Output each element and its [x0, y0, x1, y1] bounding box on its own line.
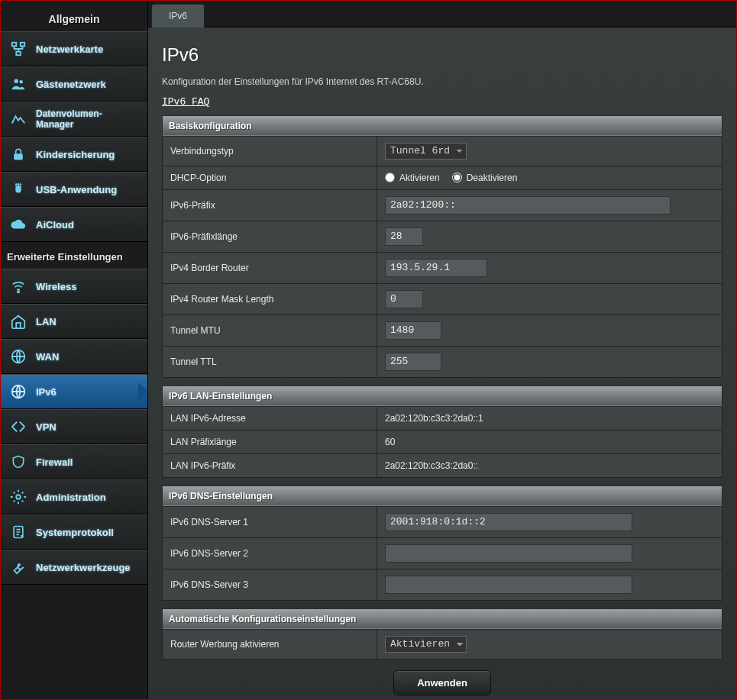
field-label: Tunnel MTU — [163, 315, 377, 346]
sidebar-item-parental[interactable]: Kindersicherung — [1, 137, 147, 172]
field-label: LAN Präfixlänge — [163, 430, 377, 453]
auto-config-table: Automatische Konfigurationseinstellungen… — [162, 608, 722, 660]
ipv6-prefix-input[interactable] — [385, 196, 671, 215]
field-label: LAN IPv6-Adresse — [163, 406, 377, 430]
dns-config-table: IPv6 DNS-Einstellungen IPv6 DNS-Server 1… — [162, 485, 722, 601]
cloud-icon — [8, 215, 28, 234]
section-header-lan: IPv6 LAN-Einstellungen — [163, 385, 722, 406]
field-label: LAN IPv6-Präfix — [163, 453, 377, 477]
sidebar-item-label: Firewall — [36, 456, 73, 468]
sidebar-item-admin[interactable]: Administration — [1, 479, 147, 515]
sidebar-item-guestnet[interactable]: Gästenetzwerk — [1, 66, 147, 102]
ipv6-faq-link[interactable]: IPv6 FAQ — [162, 96, 209, 108]
guest-icon — [8, 74, 28, 94]
tab-ipv6[interactable]: IPv6 — [151, 4, 205, 27]
sidebar-item-firewall[interactable]: Firewall — [1, 444, 147, 479]
mask-length-input[interactable] — [385, 290, 423, 308]
section-header-auto: Automatische Konfigurationseinstellungen — [163, 608, 722, 629]
router-adv-select[interactable]: Aktivieren — [385, 636, 467, 653]
sidebar-item-label: Administration — [36, 492, 106, 503]
radio-label: Aktivieren — [399, 173, 440, 183]
sidebar-item-vpn[interactable]: VPN — [1, 409, 147, 444]
sidebar-item-traffic[interactable]: Datenvolumen-Manager — [1, 102, 147, 137]
sidebar-item-networkmap[interactable]: Netzwerkkarte — [1, 31, 147, 66]
sidebar-item-syslog[interactable]: Systemprotokoll — [1, 515, 147, 550]
globe-ipv6-icon — [8, 382, 28, 402]
sidebar-item-label: VPN — [36, 421, 57, 433]
sidebar-item-label: Netzwerkkarte — [36, 44, 103, 55]
section-header-basic: Basiskonfiguration — [163, 115, 722, 136]
sidebar-item-label: Gästenetzwerk — [36, 79, 106, 90]
tunnel-mtu-input[interactable] — [385, 321, 441, 340]
globe-icon — [8, 347, 28, 366]
sidebar-item-label: Datenvolumen-Manager — [36, 108, 102, 130]
field-label: IPv6-Präfix — [163, 189, 377, 221]
wrench-icon — [8, 557, 28, 577]
gear-icon — [8, 487, 28, 507]
sidebar-item-label: Wireless — [36, 281, 76, 292]
traffic-icon — [8, 109, 28, 129]
sidebar-item-label: WAN — [36, 351, 59, 363]
plugin-icon — [8, 179, 28, 199]
sidebar-item-label: AiCloud — [36, 219, 74, 231]
svg-point-11 — [16, 495, 21, 499]
svg-rect-5 — [14, 153, 23, 160]
field-label: IPv6 DNS-Server 3 — [163, 569, 377, 600]
tunnel-ttl-input[interactable] — [385, 353, 441, 371]
wifi-icon — [8, 276, 28, 296]
connection-type-select[interactable]: Tunnel 6rd — [385, 143, 467, 160]
sidebar-item-nettools[interactable]: Netzwerkwerkzeuge — [1, 550, 147, 585]
sidebar-item-label: Systemprotokoll — [36, 527, 114, 538]
sidebar-item-aicloud[interactable]: AiCloud — [1, 207, 147, 242]
field-label: IPv6-Präfixlänge — [163, 221, 377, 252]
dhcp-disable-radio[interactable] — [452, 173, 462, 182]
dhcp-enable-radio[interactable] — [385, 173, 395, 182]
sidebar-item-label: LAN — [36, 316, 57, 327]
field-label: IPv4 Border Router — [163, 252, 377, 283]
sidebar-item-lan[interactable]: LAN — [1, 304, 147, 339]
dns2-input[interactable] — [385, 544, 632, 563]
sidebar-item-ipv6[interactable]: IPv6 — [1, 374, 147, 409]
network-map-icon — [8, 39, 28, 59]
field-label: Router Werbung aktivieren — [163, 629, 377, 659]
lan-prefix-len-value: 60 — [377, 430, 722, 453]
dns3-input[interactable] — [385, 576, 632, 594]
apply-button[interactable]: Anwenden — [393, 670, 491, 695]
field-label: IPv6 DNS-Server 2 — [163, 537, 377, 569]
field-label: IPv4 Router Mask Length — [163, 283, 377, 315]
lock-icon — [8, 144, 28, 164]
sidebar-item-label: Kindersicherung — [36, 149, 115, 160]
field-label: Verbindungstyp — [163, 136, 377, 166]
content-area: IPv6 Konfiguration der Einstellungen für… — [148, 27, 736, 699]
home-icon — [8, 311, 28, 331]
sidebar-item-wan[interactable]: WAN — [1, 339, 147, 374]
radio-label: Deaktivieren — [467, 173, 518, 183]
field-label: Tunnel TTL — [163, 346, 377, 377]
svg-rect-0 — [12, 43, 17, 47]
border-router-input[interactable] — [385, 259, 487, 277]
sidebar-item-label: IPv6 — [36, 386, 57, 398]
section-header-dns: IPv6 DNS-Einstellungen — [163, 485, 722, 506]
lan-ipv6-address-value: 2a02:120b:c3c3:2da0::1 — [377, 406, 722, 430]
sidebar-item-wireless[interactable]: Wireless — [1, 269, 147, 304]
svg-point-8 — [18, 291, 19, 292]
vpn-icon — [8, 417, 28, 437]
page-description: Konfiguration der Einstellungen für IPv6… — [162, 76, 722, 87]
sidebar-item-label: Netzwerkwerkzeuge — [36, 562, 131, 573]
ipv6-prefix-len-input[interactable] — [385, 227, 423, 246]
lan-config-table: IPv6 LAN-Einstellungen LAN IPv6-Adresse … — [162, 385, 722, 478]
page-title: IPv6 — [162, 44, 722, 66]
svg-rect-1 — [21, 43, 25, 47]
lan-ipv6-prefix-value: 2a02:120b:c3c3:2da0:: — [377, 453, 722, 477]
shield-icon — [8, 452, 28, 472]
svg-point-3 — [15, 79, 19, 84]
svg-point-4 — [19, 80, 23, 84]
basic-config-table: Basiskonfiguration Verbindungstyp Tunnel… — [162, 115, 722, 378]
field-label: IPv6 DNS-Server 1 — [163, 506, 377, 537]
main-panel: IPv6 IPv6 Konfiguration der Einstellunge… — [148, 1, 736, 699]
sidebar-item-usb[interactable]: USB-Anwendung — [1, 172, 147, 207]
svg-rect-2 — [16, 52, 21, 56]
svg-point-6 — [15, 183, 18, 185]
dns1-input[interactable] — [385, 513, 632, 531]
log-icon — [8, 522, 28, 542]
